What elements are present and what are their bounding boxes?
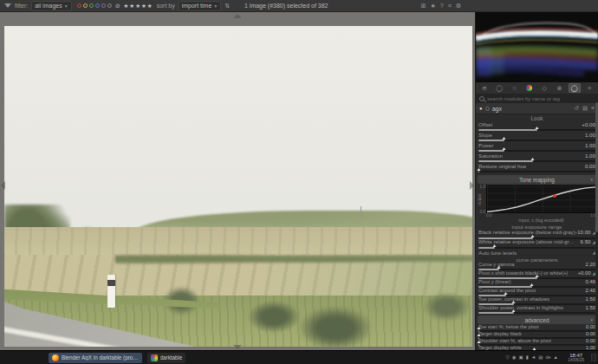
slider-track[interactable]	[478, 171, 595, 172]
slider-handle[interactable]	[502, 147, 505, 150]
slider-white-relative-exposure-above-mid-gray[interactable]: White relative exposure (above mid-gray)…	[476, 239, 598, 249]
display-icon[interactable]: ▤	[538, 351, 543, 364]
module-search-input[interactable]	[487, 96, 595, 101]
slider-target-display-black[interactable]: Target display black0.00	[476, 332, 598, 339]
slider-track[interactable]	[478, 150, 595, 152]
color-label-icon[interactable]	[89, 3, 94, 8]
color-label-icon[interactable]	[107, 3, 112, 8]
taskbar-window-darktable[interactable]: darktable	[147, 353, 186, 363]
slider-pivot-y-linear[interactable]: Pivot y (linear)0.46	[476, 280, 598, 289]
reset-icon[interactable]: ↺	[575, 105, 579, 112]
slider-shoulder-power-contrast-in-highlights[interactable]: Shoulder power, contrast in highlights1.…	[476, 306, 598, 315]
color-label-filters	[77, 3, 112, 8]
slider-track[interactable]	[478, 295, 595, 296]
module-power-toggle[interactable]: ●	[479, 106, 483, 111]
slider-handle[interactable]	[492, 244, 496, 247]
battery-icon[interactable]: ▮	[526, 351, 529, 364]
color-label-icon[interactable]	[95, 3, 100, 8]
preferences-icon[interactable]: ⚙	[456, 0, 461, 12]
slider-shoulder-start-above-the-pivot[interactable]: Shoulder start %, above the pivot0.00	[476, 339, 598, 346]
effects-group-icon[interactable]: ⊗	[553, 83, 565, 93]
window-title: Blender AgX in darktable (pro…	[62, 354, 139, 361]
show-desktop-button[interactable]	[591, 354, 596, 361]
star-rating-filter[interactable]: ★★★★★	[124, 3, 153, 10]
module-header-agx[interactable]: ● agx ↺▤≡	[476, 103, 598, 114]
instances-icon[interactable]: ≡	[591, 105, 595, 112]
slider-handle[interactable]	[531, 158, 535, 160]
system-tray: ▽◉▣▮◄▤de▲	[505, 351, 558, 364]
filter-dropdown[interactable]: all images ▼	[31, 1, 71, 11]
slider-track[interactable]	[478, 286, 595, 288]
slider-handle[interactable]	[530, 283, 534, 286]
color-group-icon[interactable]	[523, 83, 536, 93]
tone-curve-graph[interactable]: 1.0 output 0.0 0.0 1.0 input, x (log enc…	[478, 185, 596, 223]
slider-handle[interactable]	[478, 341, 481, 343]
filter-icon[interactable]	[4, 3, 11, 8]
collapse-top-panel-arrow[interactable]	[233, 14, 242, 18]
slider-toe-power-contrast-in-shadows[interactable]: Toe power, contrast in shadows1.50	[476, 297, 598, 306]
slider-slope[interactable]: Slope1.00	[476, 133, 598, 143]
taskbar-clock[interactable]: 18:47 14/06/25	[568, 353, 584, 363]
slider-handle[interactable]	[478, 327, 481, 329]
base-group-icon[interactable]: ○	[509, 83, 521, 93]
slider-track[interactable]	[478, 303, 595, 305]
section-header-advanced[interactable]: advanced ▾	[478, 315, 596, 324]
volume-icon[interactable]: ◄	[531, 351, 536, 364]
collapse-left-panel-arrow[interactable]	[1, 181, 5, 190]
reject-filter-icon[interactable]: ⊘	[115, 3, 120, 10]
selected-group-icon[interactable]: ◯	[569, 83, 581, 93]
focus-peaking-icon[interactable]: ★	[430, 0, 435, 12]
active-group-icon[interactable]: ◯	[493, 83, 505, 93]
slider-track[interactable]	[478, 247, 595, 249]
slider-saturation[interactable]: Saturation1.00	[476, 153, 598, 164]
presets-icon[interactable]: ▤	[582, 105, 588, 112]
collapse-bottom-panel-arrow[interactable]	[233, 345, 242, 349]
slider-handle[interactable]	[478, 168, 481, 171]
network-icon[interactable]: ▽	[505, 351, 509, 364]
bluetooth-icon[interactable]: ◉	[512, 351, 517, 364]
slider-handle[interactable]	[535, 127, 538, 129]
second-window-icon[interactable]: ⊞	[421, 0, 426, 12]
slider-track[interactable]	[478, 160, 595, 162]
color-label-icon[interactable]	[83, 3, 88, 8]
sort-direction-icon[interactable]: ⇅	[224, 3, 230, 10]
taskbar-window-firefox[interactable]: Blender AgX in darktable (pro…	[49, 353, 142, 363]
slider-track[interactable]	[478, 129, 595, 131]
slider-handle[interactable]	[511, 301, 515, 303]
slider-restore-original-hue[interactable]: Restore original hue0.00	[476, 164, 598, 174]
slider-pivot-x-shift-towards-black-or-white[interactable]: Pivot x shift towards black(-) or white(…	[476, 271, 598, 280]
correction-group-icon[interactable]: ◇	[538, 83, 550, 93]
slider-line: Pivot y (linear)0.46	[478, 280, 595, 285]
slider-handle[interactable]	[535, 275, 538, 277]
collapse-right-panel-arrow[interactable]	[470, 181, 474, 190]
slider-power[interactable]: Power1.00	[476, 143, 598, 153]
clipboard-icon[interactable]: ▣	[519, 351, 523, 364]
photo-canvas[interactable]	[4, 26, 472, 347]
shortcuts-icon[interactable]: ≡	[448, 0, 452, 12]
slider-handle[interactable]	[531, 235, 535, 237]
slider-track[interactable]	[478, 277, 595, 279]
color-label-icon[interactable]	[101, 3, 106, 8]
slider-offset[interactable]: Offset+0.00	[476, 122, 598, 133]
curve-plot-area[interactable]	[486, 185, 596, 213]
slider-track[interactable]	[478, 312, 595, 314]
slider-toe-start-below-the-pivot[interactable]: Toe start %, below the pivot0.00	[476, 325, 598, 332]
quick-access-icon[interactable]: ≋	[478, 83, 491, 93]
slider-contrast-around-the-pivot[interactable]: Contrast around the pivot2.40	[476, 289, 598, 297]
tray-expand-icon[interactable]: ▲	[554, 351, 558, 364]
slider-handle[interactable]	[478, 334, 481, 336]
waveform-scope[interactable]	[476, 12, 598, 82]
slider-handle[interactable]	[504, 292, 508, 295]
sort-dropdown[interactable]: import time ▼	[179, 1, 222, 11]
help-icon[interactable]: ?	[440, 0, 444, 12]
slider-handle[interactable]	[497, 266, 501, 269]
presets-menu-icon[interactable]: ≡	[583, 83, 595, 93]
slider-track[interactable]	[478, 140, 595, 141]
section-header-tone-mapping[interactable]: Tone mapping ▾	[478, 175, 596, 184]
color-label-icon[interactable]	[77, 3, 81, 8]
slider-handle[interactable]	[502, 137, 505, 140]
keyboard-layout-icon[interactable]: de	[545, 351, 550, 364]
auto-tune-levels-button[interactable]: Auto tune levels ◢	[476, 249, 598, 256]
slider-handle[interactable]	[511, 309, 515, 312]
curve-pivot-point[interactable]	[553, 194, 556, 198]
